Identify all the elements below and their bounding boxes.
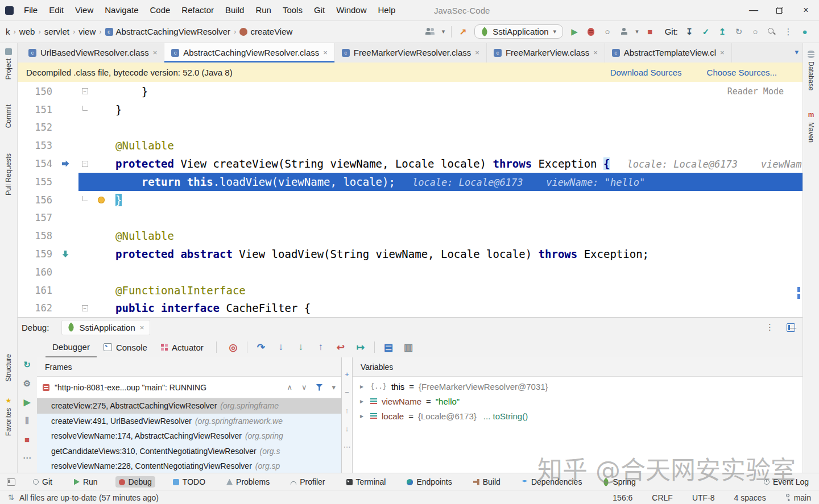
stack-frame[interactable]: createView:275, AbstractCachingViewResol… bbox=[37, 398, 341, 414]
menu-build[interactable]: Build bbox=[220, 5, 250, 15]
drop-frame-icon[interactable]: ↩ bbox=[334, 341, 347, 353]
editor-line-151[interactable]: 151} bbox=[17, 101, 803, 119]
debug-tab-actuator[interactable]: Actuator bbox=[154, 337, 210, 357]
breadcrumb-item-createview[interactable]: createView bbox=[239, 27, 292, 36]
variable-row-this[interactable]: ▸{..}this = {FreeMarkerViewResolver@7031… bbox=[353, 379, 803, 394]
toolwindow-button-problems[interactable]: Problems bbox=[223, 476, 273, 488]
hidden-tabs-icon[interactable]: ▾ bbox=[795, 48, 799, 56]
status-segment-1[interactable]: CRLF bbox=[652, 493, 673, 502]
profile-button[interactable]: ○ bbox=[602, 26, 613, 38]
editor-tab-abstracttemplateview-cl[interactable]: cAbstractTemplateView.cl× bbox=[605, 43, 732, 63]
tool-button-structure[interactable]: Structure bbox=[5, 354, 13, 382]
fold-marker-icon[interactable] bbox=[78, 108, 91, 111]
chevron-right-icon[interactable]: ▸ bbox=[360, 397, 366, 405]
chevron-right-icon[interactable]: ▸ bbox=[360, 382, 366, 390]
breadcrumb-item-abstractcachingviewresolver[interactable]: cAbstractCachingViewResolver bbox=[105, 27, 230, 36]
restore-icon[interactable] bbox=[767, 0, 793, 20]
editor-tab-abstractcachingviewresolver-class[interactable]: cAbstractCachingViewResolver.class× bbox=[164, 43, 335, 63]
toolwindow-button-endpoints[interactable]: Endpoints bbox=[403, 476, 455, 488]
layout-settings-icon[interactable] bbox=[787, 323, 795, 332]
lightbulb-icon[interactable] bbox=[98, 197, 105, 203]
menu-window[interactable]: Window bbox=[330, 5, 372, 15]
editor-tab-urlbasedviewresolver-class[interactable]: cUrlBasedViewResolver.class× bbox=[22, 43, 164, 63]
variable-row-locale[interactable]: ▸locale = {Locale@6173}... toString() bbox=[353, 409, 803, 423]
filter-icon[interactable] bbox=[316, 384, 322, 391]
menu-view[interactable]: View bbox=[69, 5, 99, 15]
editor-line-161[interactable]: 161@FunctionalInterface bbox=[17, 281, 803, 299]
debug-tab-console[interactable]: Console bbox=[97, 337, 154, 357]
remove-watch-icon[interactable]: − bbox=[345, 388, 349, 397]
close-tab-icon[interactable]: × bbox=[323, 48, 328, 57]
more-icon[interactable]: ⋯ bbox=[344, 443, 351, 451]
status-segment-0[interactable]: 156:6 bbox=[613, 493, 632, 502]
editor-line-162[interactable]: 162public interface CacheFilter { bbox=[17, 299, 803, 317]
fold-marker-icon[interactable] bbox=[78, 198, 91, 201]
rocket-icon[interactable]: ↗ bbox=[458, 26, 468, 38]
toolwindow-button-spring[interactable]: Spring bbox=[599, 476, 639, 488]
stack-frame[interactable]: getCandidateViews:310, ContentNegotiatin… bbox=[37, 444, 341, 459]
tostring-link[interactable]: ... toString() bbox=[483, 411, 528, 421]
close-session-icon[interactable]: × bbox=[140, 323, 144, 332]
breadcrumb-item-k[interactable]: k bbox=[6, 27, 10, 36]
move-up-icon[interactable]: ↑ bbox=[345, 406, 349, 415]
menu-edit[interactable]: Edit bbox=[43, 5, 69, 15]
debug-session-tab[interactable]: SstiApplication × bbox=[61, 320, 150, 335]
tool-button-database[interactable]: Database bbox=[807, 51, 815, 90]
toolwindow-button-run[interactable]: Run bbox=[70, 476, 101, 488]
next-frame-icon[interactable]: ∨ bbox=[301, 383, 307, 391]
git-branch-widget[interactable]: main bbox=[785, 493, 811, 502]
step-into-icon[interactable]: ↓ bbox=[275, 341, 287, 353]
force-step-into-icon[interactable]: ↓ bbox=[295, 341, 307, 353]
toolwindow-button-terminal[interactable]: Terminal bbox=[343, 476, 390, 488]
add-watch-icon[interactable]: + bbox=[345, 370, 349, 378]
stack-frame[interactable]: createView:491, UrlBasedViewResolver(org… bbox=[37, 414, 341, 429]
more-icon[interactable]: ⋯ bbox=[23, 453, 31, 463]
settings-sliders-icon[interactable]: ▥ bbox=[402, 341, 415, 353]
thread-selector[interactable]: "http-nio-8081-exe...oup "main": RUNNING… bbox=[37, 377, 341, 398]
prev-frame-icon[interactable]: ∧ bbox=[287, 383, 292, 391]
editor-line-158[interactable]: 158@Nullable bbox=[17, 227, 803, 245]
menu-navigate[interactable]: Navigate bbox=[99, 5, 144, 15]
search-icon[interactable] bbox=[767, 26, 777, 38]
stop-button[interactable]: ■ bbox=[645, 26, 655, 38]
download-sources-link[interactable]: Download Sources bbox=[610, 68, 682, 77]
editor-tab-freemarkerviewresolver-class[interactable]: cFreeMarkerViewResolver.class× bbox=[335, 43, 487, 63]
chevron-down-icon[interactable]: ▾ bbox=[442, 28, 445, 35]
step-over-icon[interactable]: ↷ bbox=[255, 341, 267, 353]
menu-help[interactable]: Help bbox=[373, 5, 402, 15]
chevron-down-icon[interactable]: ▾ bbox=[332, 383, 336, 391]
editor-line-154[interactable]: 154protected View createView(String view… bbox=[17, 155, 803, 173]
fold-marker-icon[interactable] bbox=[78, 88, 91, 94]
debug-button[interactable] bbox=[586, 26, 596, 38]
plugin-icon[interactable]: ● bbox=[800, 26, 810, 38]
code-with-me-icon[interactable] bbox=[425, 28, 435, 35]
tool-button-pull-requests[interactable]: Pull Requests bbox=[5, 153, 13, 195]
show-execution-point-icon[interactable]: ◎ bbox=[227, 341, 239, 353]
editor-line-160[interactable]: 160 bbox=[17, 263, 803, 281]
close-tab-icon[interactable]: × bbox=[475, 48, 479, 57]
evaluate-expression-icon[interactable]: ▤ bbox=[382, 341, 395, 353]
pause-icon[interactable]: Ⅱ bbox=[25, 416, 29, 426]
menu-git[interactable]: Git bbox=[308, 5, 330, 15]
commit-button[interactable]: ✓ bbox=[701, 26, 711, 38]
update-project-button[interactable]: ↧ bbox=[684, 26, 694, 38]
code-editor[interactable]: 150 }151}152153@Nullable154protected Vie… bbox=[17, 82, 803, 317]
editor-line-157[interactable]: 157 bbox=[17, 209, 803, 227]
kebab-icon[interactable]: ⋮ bbox=[766, 322, 774, 332]
run-button[interactable]: ▶ bbox=[569, 26, 580, 38]
fold-marker-icon[interactable] bbox=[78, 161, 91, 167]
tool-button-maven[interactable]: mMaven bbox=[807, 111, 815, 143]
run-to-cursor-icon[interactable]: ↦ bbox=[354, 341, 367, 353]
move-down-icon[interactable]: ↓ bbox=[345, 424, 349, 433]
close-tab-icon[interactable]: × bbox=[720, 48, 725, 57]
run-config-selector[interactable]: SstiApplication ▾ bbox=[474, 24, 563, 39]
chevron-down-icon[interactable]: ▾ bbox=[635, 28, 639, 35]
step-out-icon[interactable]: ↑ bbox=[315, 341, 327, 353]
menu-code[interactable]: Code bbox=[144, 5, 176, 15]
editor-line-152[interactable]: 152 bbox=[17, 119, 803, 137]
rerun-icon[interactable]: ↻ bbox=[23, 360, 31, 370]
close-tab-icon[interactable]: × bbox=[593, 48, 598, 57]
status-segment-3[interactable]: 4 spaces bbox=[734, 493, 766, 502]
editor-line-159[interactable]: 159protected abstract View loadView(Stri… bbox=[17, 245, 803, 263]
breadcrumb-item-web[interactable]: web bbox=[19, 27, 35, 36]
